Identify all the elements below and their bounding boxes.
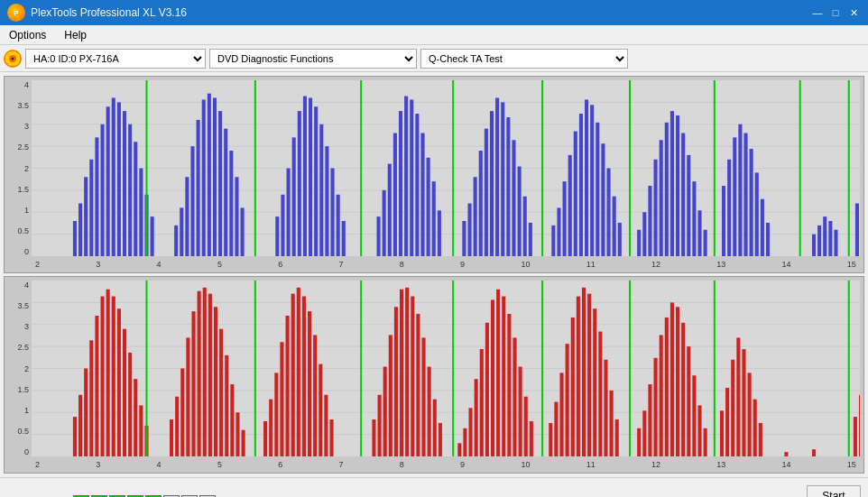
svg-rect-208 xyxy=(524,397,528,456)
svg-rect-63 xyxy=(427,158,430,256)
menu-options[interactable]: Options xyxy=(4,27,51,43)
svg-rect-161 xyxy=(214,307,217,456)
svg-rect-68 xyxy=(467,204,471,257)
svg-rect-163 xyxy=(225,355,228,456)
start-button[interactable]: Start xyxy=(807,485,861,498)
svg-rect-34 xyxy=(218,111,222,256)
menu-help[interactable]: Help xyxy=(59,27,92,43)
svg-rect-58 xyxy=(399,111,402,256)
svg-rect-71 xyxy=(485,129,488,256)
svg-rect-52 xyxy=(342,221,346,256)
svg-rect-215 xyxy=(571,318,575,456)
svg-rect-41 xyxy=(281,195,284,256)
svg-rect-191 xyxy=(421,337,425,456)
svg-rect-113 xyxy=(743,133,747,257)
svg-point-2 xyxy=(12,57,14,60)
svg-rect-18 xyxy=(117,102,121,256)
top-chart-yaxis: 4 3.5 3 2.5 2 1.5 1 0.5 0 xyxy=(5,80,32,256)
svg-rect-54 xyxy=(377,216,381,256)
drive-select[interactable]: HA:0 ID:0 PX-716A xyxy=(25,49,206,69)
svg-rect-21 xyxy=(134,142,137,256)
svg-rect-170 xyxy=(274,373,278,456)
svg-rect-61 xyxy=(415,114,419,256)
svg-rect-46 xyxy=(309,98,312,257)
svg-rect-206 xyxy=(512,337,516,456)
svg-rect-97 xyxy=(648,186,651,256)
top-chart-inner xyxy=(32,80,860,256)
svg-rect-155 xyxy=(180,369,184,457)
svg-rect-98 xyxy=(654,160,658,256)
minimize-button[interactable]: — xyxy=(810,5,825,20)
svg-rect-175 xyxy=(302,297,306,456)
svg-rect-87 xyxy=(585,99,588,256)
svg-rect-149 xyxy=(134,379,137,456)
svg-rect-172 xyxy=(286,316,290,456)
svg-rect-198 xyxy=(469,408,473,456)
svg-rect-17 xyxy=(112,98,115,257)
svg-rect-225 xyxy=(637,428,641,456)
svg-rect-56 xyxy=(388,164,392,256)
maximize-button[interactable]: □ xyxy=(828,5,843,20)
function-select[interactable]: DVD Diagnostic Functions xyxy=(209,49,417,69)
svg-rect-156 xyxy=(186,337,189,456)
svg-rect-38 xyxy=(241,207,245,256)
svg-rect-205 xyxy=(507,314,511,456)
svg-rect-79 xyxy=(529,223,532,256)
svg-rect-142 xyxy=(95,316,98,456)
close-button[interactable]: ✕ xyxy=(846,5,861,20)
svg-rect-30 xyxy=(197,120,200,256)
svg-rect-116 xyxy=(761,199,764,256)
svg-rect-241 xyxy=(731,360,734,456)
svg-rect-199 xyxy=(475,379,478,456)
svg-rect-43 xyxy=(292,137,296,256)
svg-rect-65 xyxy=(438,210,441,256)
svg-rect-190 xyxy=(416,314,420,456)
svg-rect-171 xyxy=(280,342,283,456)
svg-rect-222 xyxy=(610,391,614,456)
svg-rect-179 xyxy=(324,395,328,456)
svg-rect-177 xyxy=(313,335,317,456)
svg-rect-209 xyxy=(530,421,533,456)
svg-rect-180 xyxy=(329,419,333,456)
svg-rect-153 xyxy=(170,419,173,456)
svg-rect-160 xyxy=(208,294,212,456)
svg-rect-103 xyxy=(681,133,685,257)
bottom-chart-yaxis: 4 3.5 3 2.5 2 1.5 1 0.5 0 xyxy=(5,281,32,456)
svg-rect-75 xyxy=(506,117,510,256)
svg-rect-173 xyxy=(291,294,295,456)
svg-rect-119 xyxy=(812,235,816,256)
svg-rect-219 xyxy=(593,308,596,456)
svg-rect-37 xyxy=(235,177,238,256)
svg-rect-200 xyxy=(480,349,484,456)
test-select[interactable]: Q-Check TA Test xyxy=(420,49,628,69)
svg-rect-176 xyxy=(308,311,311,456)
svg-rect-115 xyxy=(755,172,759,256)
svg-rect-188 xyxy=(405,288,409,456)
svg-rect-20 xyxy=(128,124,132,256)
svg-rect-194 xyxy=(439,423,442,456)
svg-rect-92 xyxy=(613,197,616,256)
svg-rect-211 xyxy=(549,423,552,456)
svg-rect-243 xyxy=(742,349,745,456)
svg-rect-138 xyxy=(73,417,77,456)
svg-rect-226 xyxy=(642,410,646,456)
svg-rect-196 xyxy=(457,443,461,456)
svg-rect-185 xyxy=(389,335,392,456)
svg-rect-207 xyxy=(519,367,522,456)
action-buttons: Start i xyxy=(807,485,861,498)
svg-rect-42 xyxy=(287,169,291,257)
svg-rect-197 xyxy=(463,428,466,456)
top-chart-svg xyxy=(32,80,860,256)
svg-rect-187 xyxy=(400,290,403,456)
svg-rect-201 xyxy=(485,323,489,456)
svg-rect-107 xyxy=(704,230,707,256)
svg-rect-202 xyxy=(491,299,494,456)
toolbar: HA:0 ID:0 PX-716A DVD Diagnostic Functio… xyxy=(0,45,868,72)
svg-rect-189 xyxy=(411,297,414,456)
svg-rect-217 xyxy=(582,288,586,456)
svg-rect-33 xyxy=(213,98,217,257)
svg-rect-230 xyxy=(665,318,669,456)
svg-rect-99 xyxy=(660,140,663,256)
app-title: PlexTools Professional XL V3.16 xyxy=(31,6,187,19)
svg-rect-228 xyxy=(654,358,658,456)
